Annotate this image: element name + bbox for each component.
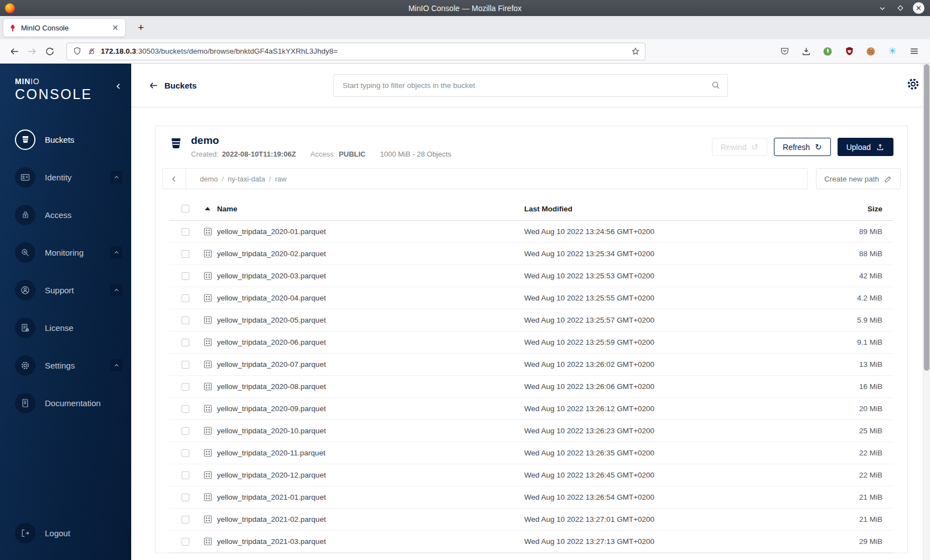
url-text[interactable]: 172.18.0.3:30503/buckets/demo/browse/bnk… [101, 47, 631, 55]
row-checkbox[interactable] [182, 294, 189, 302]
object-name[interactable]: yellow_tripdata_2020-10.parquet [217, 427, 524, 435]
new-tab-button[interactable]: + [133, 22, 148, 34]
row-checkbox[interactable] [182, 427, 189, 435]
table-row[interactable]: yellow_tripdata_2020-11.parquet Wed Aug … [169, 442, 893, 464]
sidebar-item-access[interactable]: Access [0, 203, 131, 226]
object-name[interactable]: yellow_tripdata_2020-08.parquet [217, 382, 524, 391]
table-row[interactable]: yellow_tripdata_2020-06.parquet Wed Aug … [169, 331, 893, 354]
table-row[interactable]: yellow_tripdata_2021-01.parquet Wed Aug … [169, 486, 893, 509]
row-checkbox[interactable] [182, 361, 189, 369]
breadcrumb-segment[interactable]: ny-taxi-data [228, 175, 265, 183]
sidebar-item-logout[interactable]: Logout [0, 521, 131, 545]
row-checkbox[interactable] [182, 250, 189, 258]
table-row[interactable]: yellow_tripdata_2020-12.parquet Wed Aug … [169, 464, 893, 486]
object-name[interactable]: yellow_tripdata_2021-03.parquet [217, 537, 524, 546]
row-checkbox[interactable] [182, 228, 189, 236]
object-name[interactable]: yellow_tripdata_2020-07.parquet [217, 360, 524, 369]
table-row[interactable]: yellow_tripdata_2020-02.parquet Wed Aug … [169, 243, 893, 265]
object-filter-search[interactable] [333, 74, 728, 97]
forward-icon[interactable] [23, 43, 41, 60]
row-checkbox[interactable] [182, 317, 189, 324]
breadcrumb-segment[interactable]: raw [275, 175, 287, 183]
table-row[interactable]: yellow_tripdata_2020-01.parquet Wed Aug … [169, 221, 893, 243]
sidebar-item-monitoring[interactable]: Monitoring [0, 241, 131, 264]
back-to-buckets-link[interactable]: Buckets [148, 80, 197, 91]
table-row[interactable]: yellow_tripdata_2020-10.parquet Wed Aug … [169, 420, 893, 442]
object-name[interactable]: yellow_tripdata_2020-06.parquet [217, 338, 524, 346]
create-new-path-button[interactable]: Create new path [816, 168, 901, 189]
refresh-button[interactable]: Refresh ↻ [774, 138, 831, 156]
row-checkbox[interactable] [182, 449, 189, 457]
table-row[interactable]: yellow_tripdata_2020-07.parquet Wed Aug … [169, 354, 893, 376]
downloads-icon[interactable] [799, 44, 813, 59]
object-name[interactable]: yellow_tripdata_2020-09.parquet [217, 405, 524, 413]
console-settings-gear-icon[interactable] [906, 77, 921, 94]
row-checkbox[interactable] [182, 538, 189, 546]
sidebar-item-settings[interactable]: Settings [0, 354, 131, 377]
table-row[interactable]: yellow_tripdata_2020-04.parquet Wed Aug … [169, 287, 893, 309]
back-icon[interactable] [6, 43, 23, 60]
ublock-shield-icon[interactable] [842, 44, 856, 59]
sidebar-collapse-icon[interactable] [115, 82, 122, 92]
row-checkbox[interactable] [182, 494, 189, 501]
collapse-chevron-icon[interactable] [110, 246, 122, 258]
object-name[interactable]: yellow_tripdata_2021-02.parquet [217, 515, 524, 523]
table-row[interactable]: yellow_tripdata_2021-02.parquet Wed Aug … [169, 509, 893, 531]
sidebar-item-buckets[interactable]: Buckets [0, 128, 131, 151]
object-name[interactable]: yellow_tripdata_2020-03.parquet [217, 272, 524, 280]
table-row[interactable]: yellow_tripdata_2020-05.parquet Wed Aug … [169, 309, 893, 331]
row-checkbox[interactable] [182, 405, 189, 413]
bookmark-star-icon[interactable] [631, 46, 640, 56]
sidebar-item-support[interactable]: Support [0, 278, 131, 302]
column-header-last-modified[interactable]: Last Modified [524, 205, 820, 213]
collapse-chevron-icon[interactable] [110, 171, 122, 183]
object-name[interactable]: yellow_tripdata_2020-12.parquet [217, 471, 524, 479]
scrollbar-thumb[interactable] [924, 64, 929, 371]
column-header-size[interactable]: Size [820, 205, 882, 213]
tab-minio-console[interactable]: MinIO Console ✕ [3, 18, 126, 37]
object-size: 21 MiB [820, 493, 882, 501]
object-name[interactable]: yellow_tripdata_2020-01.parquet [217, 227, 524, 236]
object-name[interactable]: yellow_tripdata_2020-04.parquet [217, 294, 524, 302]
window-close-icon[interactable] [913, 2, 924, 14]
page-scrollbar[interactable] [923, 64, 930, 560]
object-name[interactable]: yellow_tripdata_2020-05.parquet [217, 316, 524, 324]
cookie-extension-icon[interactable] [864, 44, 878, 59]
url-bar[interactable]: 172.18.0.3:30503/buckets/demo/browse/bnk… [66, 43, 645, 60]
window-minimize-icon[interactable] [876, 2, 888, 14]
insecure-lock-icon[interactable] [87, 46, 96, 56]
collapse-chevron-icon[interactable] [110, 359, 122, 371]
extension-green-icon[interactable] [820, 44, 835, 59]
window-maximize-icon[interactable] [895, 2, 906, 14]
object-name[interactable]: yellow_tripdata_2021-01.parquet [217, 493, 524, 501]
row-checkbox[interactable] [182, 339, 189, 346]
object-name[interactable]: yellow_tripdata_2020-02.parquet [217, 250, 524, 258]
pocket-icon[interactable] [777, 44, 792, 59]
reload-icon[interactable] [41, 43, 59, 60]
select-all-checkbox[interactable] [182, 205, 189, 212]
row-checkbox[interactable] [182, 516, 189, 523]
extension-asterisk-icon[interactable]: ✳ [885, 44, 900, 59]
table-row[interactable]: yellow_tripdata_2020-08.parquet Wed Aug … [169, 376, 893, 398]
menu-hamburger-icon[interactable] [907, 44, 921, 59]
tab-close-icon[interactable]: ✕ [110, 22, 121, 33]
table-row[interactable]: yellow_tripdata_2020-09.parquet Wed Aug … [169, 398, 893, 420]
upload-button[interactable]: Upload [838, 138, 893, 156]
sort-ascending-icon[interactable] [205, 207, 210, 210]
path-back-chevron-icon[interactable] [163, 169, 186, 189]
table-row[interactable]: yellow_tripdata_2021-03.parquet Wed Aug … [169, 531, 893, 553]
table-row[interactable]: yellow_tripdata_2020-03.parquet Wed Aug … [169, 265, 893, 287]
collapse-chevron-icon[interactable] [110, 284, 122, 296]
column-header-name[interactable]: Name [217, 205, 524, 213]
row-checkbox[interactable] [182, 272, 189, 280]
rewind-button[interactable]: Rewind ↺ [712, 138, 767, 156]
sidebar-item-identity[interactable]: Identity [0, 165, 131, 189]
row-checkbox[interactable] [182, 383, 189, 391]
sidebar-item-documentation[interactable]: Documentation [0, 391, 131, 414]
breadcrumb-segment[interactable]: demo [200, 175, 218, 183]
search-input[interactable] [343, 81, 711, 90]
object-name[interactable]: yellow_tripdata_2020-11.parquet [217, 449, 524, 457]
row-checkbox[interactable] [182, 471, 189, 479]
tracking-shield-icon[interactable] [73, 46, 82, 56]
sidebar-item-license[interactable]: License [0, 316, 131, 339]
